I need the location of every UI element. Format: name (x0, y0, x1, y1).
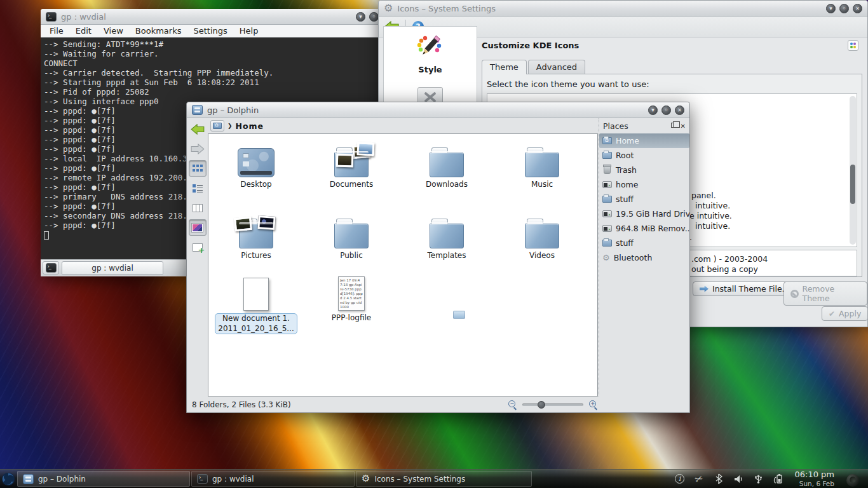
sidebar-item-style[interactable]: Style (384, 27, 477, 78)
place-item-hard-drive[interactable]: 19.5 GiB Hard Drive (599, 207, 689, 221)
clock[interactable]: 06:10 pm Sun, 6 Feb (792, 470, 837, 487)
theme-list-text: intuitive. (695, 201, 730, 210)
maximize-button[interactable] (839, 4, 849, 13)
install-icon (700, 286, 709, 292)
theme-list-text: panel. (691, 191, 716, 200)
settings-titlebar[interactable]: ⚙ Icons – System Settings (379, 1, 867, 17)
file-item-label: Downloads (399, 180, 494, 189)
terminal-icon (46, 263, 57, 273)
settings-title: Icons – System Settings (397, 4, 496, 13)
place-item-root[interactable]: Root (599, 148, 689, 163)
drive-icon (602, 225, 612, 232)
file-item-ppp-logfile[interactable]: Jan 17 09:47:18 gp-Aspire-5738 pppd[1946… (304, 273, 399, 322)
place-item-bluetooth[interactable]: ⚙ Bluetooth (599, 250, 689, 265)
dolphin-titlebar[interactable]: gp – Dolphin (187, 102, 689, 118)
breadcrumb-path[interactable]: Home (236, 121, 264, 131)
zoom-slider[interactable] (522, 403, 583, 406)
instruction-text: Select the icon theme you want to use: (487, 79, 649, 89)
apply-button[interactable]: ✔ Apply (822, 306, 868, 321)
minimize-button[interactable] (826, 4, 836, 13)
zoom-in-icon[interactable]: + (588, 400, 598, 409)
plasma-cashew-icon[interactable] (846, 474, 859, 487)
terminal-menubar: File Edit View Bookmarks Settings Help (41, 25, 384, 37)
status-text: 8 Folders, 2 Files (3.3 KiB) (192, 400, 291, 409)
file-item-label: Pictures (208, 251, 304, 260)
battery-icon[interactable] (772, 473, 783, 485)
usb-icon[interactable] (752, 473, 764, 485)
menu-bookmarks[interactable]: Bookmarks (135, 26, 182, 36)
tab-advanced[interactable]: Advanced (528, 60, 585, 74)
file-item-videos[interactable]: Videos (494, 210, 590, 260)
remove-theme-button[interactable]: Remove Theme (783, 281, 867, 306)
info-icon[interactable]: i (674, 473, 685, 485)
columns-view-button[interactable] (189, 200, 207, 216)
place-item-stuff-2[interactable]: stuff (599, 236, 689, 250)
scrollbar-handle[interactable] (850, 165, 855, 204)
terminal-line: --> Carrier detected. Starting PPP immed… (44, 68, 381, 78)
file-item-pictures[interactable]: Pictures (208, 210, 304, 260)
dolphin-toolbar (187, 118, 208, 396)
drive-icon (602, 181, 612, 188)
new-tab-button[interactable] (43, 261, 59, 274)
close-button[interactable] (853, 4, 862, 13)
task-system-settings[interactable]: ⚙ Icons – System Settings (356, 471, 532, 487)
zoom-out-icon[interactable]: − (508, 400, 517, 409)
task-wvdial[interactable]: gp : wvdial (191, 471, 355, 487)
menu-help[interactable]: Help (240, 26, 259, 36)
split-view-button[interactable] (189, 239, 207, 255)
terminal-tab[interactable]: gp : wvdial (62, 261, 163, 274)
menu-settings[interactable]: Settings (193, 26, 227, 36)
home-folder-icon (213, 123, 222, 129)
menu-view[interactable]: View (104, 26, 123, 36)
overview-grid-icon[interactable] (848, 40, 858, 51)
scrollbar[interactable] (850, 96, 856, 245)
breadcrumb-root-button[interactable] (210, 120, 224, 132)
details-view-button[interactable] (189, 180, 207, 196)
file-item-label-selected: New document 1. 2011_01_20_16_5... (215, 313, 297, 334)
file-item-public[interactable]: Public (304, 210, 399, 260)
zoom-slider-handle[interactable] (538, 401, 545, 409)
close-button[interactable] (675, 105, 684, 115)
place-item-home[interactable]: Home (599, 133, 689, 148)
file-item-downloads[interactable]: Downloads (399, 139, 494, 189)
forward-button[interactable] (189, 140, 207, 157)
back-button[interactable] (189, 121, 207, 137)
kde-launcher-button[interactable] (0, 470, 17, 488)
maximize-button[interactable] (369, 12, 379, 22)
preview-toggle-button[interactable] (189, 219, 207, 236)
task-dolphin[interactable]: gp – Dolphin (17, 471, 190, 487)
minimize-button[interactable] (356, 12, 365, 22)
menu-file[interactable]: File (50, 26, 64, 36)
folder-icon (602, 240, 612, 247)
menu-edit[interactable]: Edit (76, 26, 92, 36)
place-item-trash[interactable]: Trash (599, 163, 689, 177)
file-item-new-document[interactable]: New document 1. 2011_01_20_16_5... (208, 273, 304, 334)
terminal-titlebar[interactable]: gp : wvdial (41, 9, 384, 25)
columns-view-icon (193, 204, 203, 212)
file-item-desktop[interactable]: Desktop (208, 139, 304, 189)
file-item-templates[interactable]: Templates (399, 210, 494, 260)
task-label: gp : wvdial (212, 475, 254, 484)
gear-icon: ⚙ (384, 3, 393, 13)
drag-ghost-artifact (453, 311, 465, 319)
bluetooth-icon[interactable] (713, 473, 724, 485)
file-item-music[interactable]: Music (494, 139, 590, 189)
clock-date: Sun, 6 Feb (799, 480, 834, 487)
desktop-folder-icon (238, 148, 275, 177)
maximize-button[interactable] (661, 105, 671, 115)
volume-icon[interactable] (733, 473, 744, 485)
float-panel-icon[interactable] (671, 123, 677, 128)
place-item-stuff[interactable]: stuff (599, 192, 689, 207)
folder-view[interactable]: Desktop Documents Downloads Music (208, 133, 598, 396)
place-item-removable[interactable]: 964.8 MiB Remov... (599, 221, 689, 236)
terminal-line: CONNECT (44, 58, 381, 68)
close-panel-icon[interactable]: ✕ (681, 123, 686, 130)
tab-theme[interactable]: Theme (482, 60, 527, 74)
install-theme-button[interactable]: Install Theme File... (693, 281, 797, 296)
scissors-icon[interactable]: ✂ (692, 471, 707, 486)
icons-view-button[interactable] (189, 160, 207, 177)
minimize-button[interactable] (648, 105, 658, 115)
folder-icon (525, 152, 559, 177)
file-item-documents[interactable]: Documents (304, 139, 399, 189)
place-item-home-partition[interactable]: home (599, 177, 689, 192)
